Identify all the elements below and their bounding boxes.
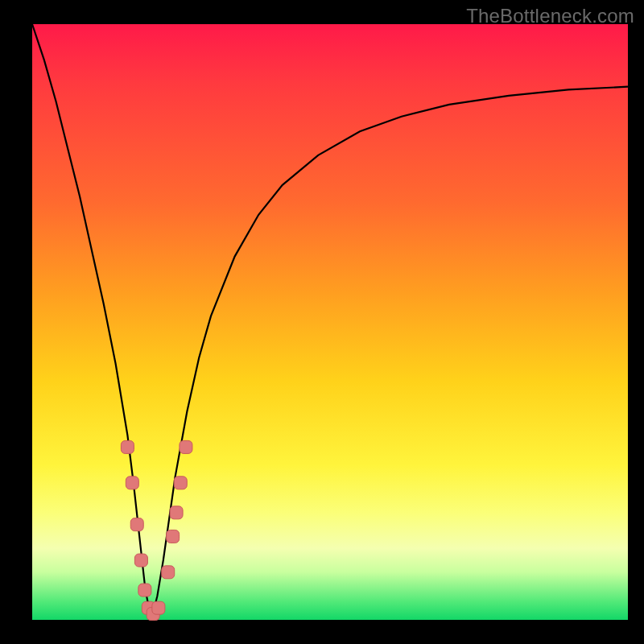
watermark-text: TheBottleneck.com bbox=[466, 5, 634, 27]
plot-area bbox=[32, 24, 628, 620]
curve-marker bbox=[170, 506, 183, 519]
curve-marker bbox=[130, 518, 143, 531]
curve-marker bbox=[152, 601, 165, 614]
curve-marker bbox=[167, 530, 180, 543]
chart-frame: TheBottleneck.com bbox=[0, 0, 644, 644]
bottleneck-curve-svg bbox=[32, 24, 628, 620]
curve-marker bbox=[134, 554, 147, 567]
curve-marker bbox=[180, 440, 192, 453]
curve-marker bbox=[138, 584, 151, 597]
curve-marker bbox=[121, 440, 134, 453]
curve-marker bbox=[126, 477, 138, 489]
curve-marker bbox=[162, 566, 175, 579]
curve-marker bbox=[174, 477, 187, 489]
bottleneck-curve bbox=[32, 24, 628, 620]
